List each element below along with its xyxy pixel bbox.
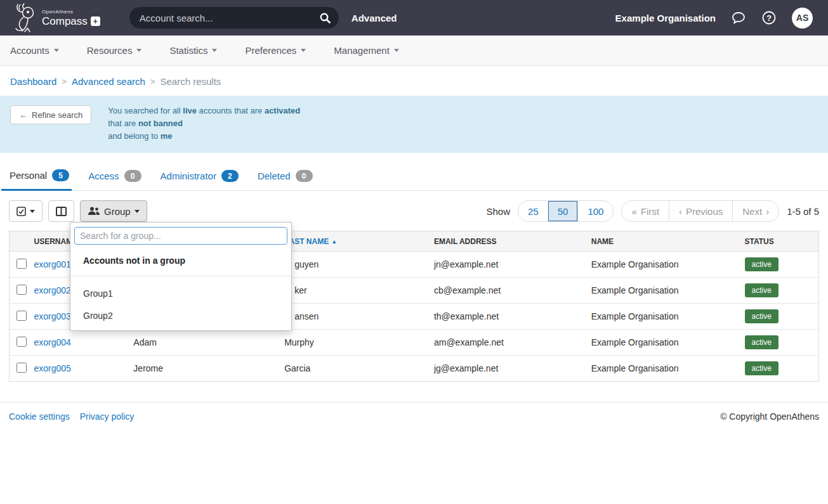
user-menu-button[interactable]: AS — [792, 8, 813, 29]
group-dropdown-button[interactable]: Group — [80, 200, 147, 222]
nav-resources[interactable]: Resources — [87, 45, 142, 56]
breadcrumb-advanced-search[interactable]: Advanced search — [72, 76, 145, 87]
username-link[interactable]: exorg002 — [34, 285, 70, 295]
org-name-cell: Example Organisation — [586, 252, 740, 278]
breadcrumb-current: Search results — [160, 76, 221, 87]
group-people-icon — [88, 207, 100, 216]
messages-button[interactable] — [731, 11, 746, 25]
compass-plus-icon: + — [91, 16, 100, 26]
page-size-50[interactable]: 50 — [548, 201, 578, 221]
advanced-search-link[interactable]: Advanced — [352, 13, 397, 23]
org-name-cell: Example Organisation — [586, 304, 740, 330]
help-icon: ? — [761, 10, 777, 25]
tab-access[interactable]: Access 0 — [88, 165, 143, 190]
help-button[interactable]: ? — [761, 10, 777, 25]
count-badge: 0 — [124, 170, 141, 182]
page-footer: Cookie settings Privacy policy © Copyrig… — [0, 402, 828, 430]
breadcrumb-separator: > — [150, 77, 155, 86]
column-header-name[interactable]: NAME — [586, 231, 740, 252]
last-name-cell: guyen — [279, 252, 429, 278]
page-size-group: 25 50 100 — [518, 200, 614, 222]
nav-management[interactable]: Management — [334, 45, 399, 56]
chevron-down-icon — [54, 49, 59, 52]
column-header-email[interactable]: EMAIL ADDRESS — [429, 231, 586, 252]
chevron-down-icon — [30, 210, 35, 213]
group-dropdown-panel: Accounts not in a group Group1 Group2 — [70, 222, 292, 331]
main-nav: Accounts Resources Statistics Preference… — [0, 36, 828, 66]
count-badge: 5 — [52, 169, 69, 181]
avatar: AS — [792, 8, 813, 29]
top-bar: OpenAthens Compass + Advanced Example Or… — [0, 0, 828, 36]
username-link[interactable]: exorg001 — [34, 259, 70, 269]
pagination-next-button[interactable]: Next › — [732, 201, 779, 221]
first-name-cell: Jerome — [128, 356, 279, 382]
account-search-input[interactable] — [140, 13, 319, 23]
account-search-box[interactable] — [129, 7, 339, 29]
username-link[interactable]: exorg004 — [34, 337, 70, 347]
nav-statistics[interactable]: Statistics — [169, 45, 217, 56]
row-checkbox[interactable] — [16, 363, 27, 373]
breadcrumb-dashboard[interactable]: Dashboard — [10, 76, 56, 87]
chevron-right-icon: › — [766, 206, 769, 217]
column-header-last-name[interactable]: LAST NAME▲ — [279, 231, 429, 252]
dropdown-item-group2[interactable]: Group2 — [70, 304, 291, 326]
back-arrow-icon: ← — [19, 110, 27, 120]
nav-preferences[interactable]: Preferences — [245, 45, 306, 56]
show-label: Show — [486, 206, 510, 217]
count-badge: 2 — [221, 170, 239, 182]
pagination-previous-button[interactable]: ‹ Previous — [669, 201, 732, 221]
columns-icon — [56, 207, 67, 216]
results-toolbar: Group Show 25 50 100 « First ‹ Previous … — [0, 200, 828, 222]
checkbox-check-icon — [16, 207, 26, 216]
row-checkbox[interactable] — [16, 311, 27, 321]
row-checkbox[interactable] — [16, 285, 27, 295]
username-link[interactable]: exorg003 — [34, 311, 70, 321]
username-link[interactable]: exorg005 — [34, 363, 70, 373]
cookie-settings-link[interactable]: Cookie settings — [9, 411, 70, 422]
brand-compass: Compass — [42, 16, 88, 27]
select-all-dropdown-button[interactable] — [9, 200, 43, 222]
search-summary-text: You searched for all live accounts that … — [108, 105, 300, 143]
last-name-cell: ker — [279, 278, 429, 304]
row-checkbox[interactable] — [16, 337, 27, 347]
dropdown-item-group1[interactable]: Group1 — [70, 282, 291, 304]
search-summary-panel: ← Refine search You searched for all liv… — [0, 96, 828, 153]
email-cell: jn@example.net — [429, 252, 586, 278]
pagination-first-button[interactable]: « First — [622, 201, 669, 221]
tab-personal[interactable]: Personal 5 — [1, 165, 72, 191]
breadcrumb: Dashboard > Advanced search > Search res… — [0, 66, 828, 96]
email-cell: cb@example.net — [429, 278, 586, 304]
tab-deleted[interactable]: Deleted 0 — [258, 165, 315, 190]
email-cell: th@example.net — [429, 304, 586, 330]
row-checkbox[interactable] — [16, 259, 27, 269]
last-name-cell: ansen — [279, 304, 429, 330]
column-header-status[interactable]: STATUS — [740, 231, 819, 252]
group-search-input[interactable] — [74, 227, 287, 245]
breadcrumb-separator: > — [62, 77, 67, 86]
chevron-left-icon: ‹ — [679, 206, 682, 217]
email-cell: am@example.net — [429, 330, 586, 356]
page-size-100[interactable]: 100 — [577, 201, 613, 221]
organisation-name: Example Organisation — [615, 13, 716, 23]
columns-button[interactable] — [48, 200, 74, 222]
openathens-compass-logo[interactable]: OpenAthens Compass + — [10, 3, 100, 33]
chevron-down-icon — [394, 49, 399, 52]
refine-search-button[interactable]: ← Refine search — [10, 105, 91, 124]
table-row: exorg005 Jerome Garcia jg@example.net Ex… — [10, 356, 819, 382]
status-badge: active — [745, 361, 779, 375]
tab-administrator[interactable]: Administrator 2 — [161, 165, 241, 190]
table-row: exorg004 Adam Murphy am@example.net Exam… — [10, 330, 819, 356]
results-range-label: 1-5 of 5 — [787, 206, 819, 217]
privacy-policy-link[interactable]: Privacy policy — [80, 411, 135, 422]
owl-logo-icon — [10, 3, 39, 33]
dropdown-item-no-group[interactable]: Accounts not in a group — [70, 247, 291, 276]
search-icon[interactable] — [319, 12, 331, 24]
nav-accounts[interactable]: Accounts — [10, 45, 59, 56]
chevron-down-icon — [301, 49, 306, 52]
double-chevron-left-icon: « — [631, 206, 636, 217]
status-badge: active — [745, 309, 779, 323]
dropdown-divider — [70, 276, 291, 276]
status-badge: active — [745, 335, 779, 349]
page-size-25[interactable]: 25 — [518, 201, 548, 221]
org-name-cell: Example Organisation — [586, 356, 740, 382]
